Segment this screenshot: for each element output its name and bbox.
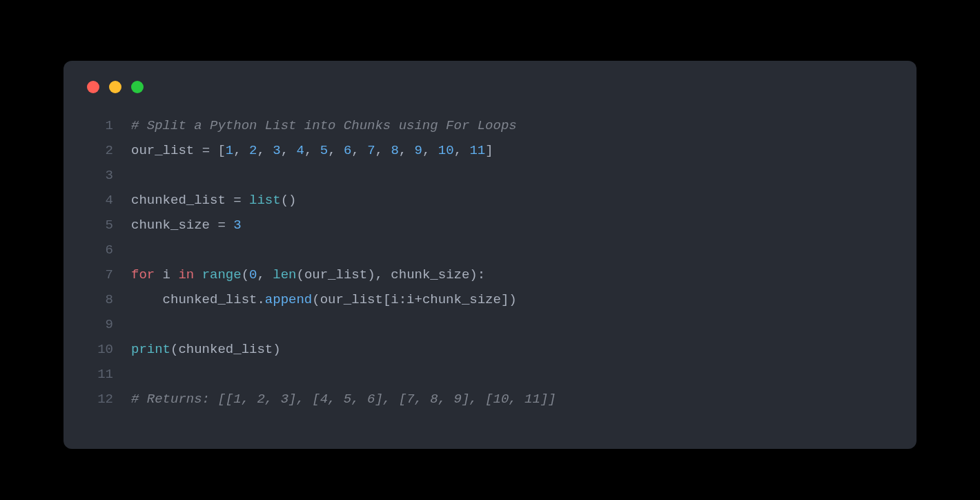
- line-number: 1: [87, 113, 113, 138]
- code-line: 4chunked_list = list(): [87, 188, 893, 213]
- code-token: =: [202, 143, 210, 158]
- line-number: 3: [87, 163, 113, 188]
- code-token: 2: [249, 143, 257, 158]
- code-token: in: [178, 267, 194, 282]
- code-token: ,: [304, 143, 320, 158]
- zoom-icon[interactable]: [131, 81, 144, 93]
- code-token: [194, 267, 202, 282]
- line-number: 5: [87, 213, 113, 238]
- line-content: chunked_list = list(): [113, 188, 296, 213]
- line-content: [113, 312, 139, 337]
- close-icon[interactable]: [87, 81, 99, 93]
- code-token: ,: [351, 143, 367, 158]
- code-token: +: [415, 292, 422, 307]
- code-token: =: [217, 218, 225, 233]
- code-token: chunked_list.: [131, 292, 265, 307]
- code-line: 1# Split a Python List into Chunks using…: [87, 113, 893, 138]
- code-token: ,: [281, 143, 297, 158]
- code-token: =: [233, 193, 241, 208]
- window-controls: [87, 80, 893, 94]
- code-line: 7for i in range(0, len(our_list), chunk_…: [87, 262, 893, 287]
- code-token: # Split a Python List into Chunks using …: [131, 118, 517, 133]
- code-token: 8: [391, 143, 398, 158]
- line-content: for i in range(0, len(our_list), chunk_s…: [113, 262, 485, 287]
- code-line: 8 chunked_list.append(our_list[i:i+chunk…: [87, 287, 893, 312]
- code-token: 1: [226, 143, 233, 158]
- code-token: ]: [485, 143, 493, 158]
- code-token: [210, 143, 217, 158]
- code-line: 10print(chunked_list): [87, 337, 893, 362]
- code-block: 1# Split a Python List into Chunks using…: [87, 113, 893, 412]
- line-number: 9: [87, 312, 113, 337]
- line-content: # Returns: [[1, 2, 3], [4, 5, 6], [7, 8,…: [113, 387, 556, 412]
- code-token: for: [131, 267, 155, 282]
- code-token: (our_list[i:i: [312, 292, 414, 307]
- code-line: 6: [87, 238, 893, 262]
- line-content: [113, 238, 139, 262]
- line-number: 6: [87, 238, 113, 262]
- code-token: ,: [454, 143, 470, 158]
- code-token: ,: [399, 143, 415, 158]
- line-content: # Split a Python List into Chunks using …: [113, 113, 517, 138]
- code-token: chunk_size]): [422, 292, 517, 307]
- code-token: 5: [320, 143, 328, 158]
- code-token: 6: [344, 143, 351, 158]
- code-token: 7: [367, 143, 375, 158]
- code-line: 11: [87, 362, 893, 387]
- code-token: [226, 218, 233, 233]
- code-token: # Returns: [[1, 2, 3], [4, 5, 6], [7, 8,…: [131, 392, 556, 407]
- code-token: i: [155, 267, 178, 282]
- code-token: 11: [469, 143, 485, 158]
- code-token: append: [265, 292, 312, 307]
- line-content: our_list = [1, 2, 3, 4, 5, 6, 7, 8, 9, 1…: [113, 138, 493, 163]
- code-window: 1# Split a Python List into Chunks using…: [63, 61, 917, 449]
- code-token: 9: [415, 143, 422, 158]
- code-token: 0: [249, 267, 257, 282]
- code-token: (chunked_list): [170, 342, 281, 357]
- line-number: 7: [87, 262, 113, 287]
- code-token: (our_list), chunk_size):: [297, 267, 486, 282]
- code-token: [242, 193, 249, 208]
- line-content: [113, 362, 139, 387]
- code-token: 3: [233, 218, 241, 233]
- code-token: ,: [257, 143, 273, 158]
- code-token: ,: [257, 267, 273, 282]
- code-line: 12# Returns: [[1, 2, 3], [4, 5, 6], [7, …: [87, 387, 893, 412]
- code-token: len: [273, 267, 296, 282]
- line-number: 10: [87, 337, 113, 362]
- code-token: chunk_size: [131, 218, 217, 233]
- code-token: 10: [438, 143, 454, 158]
- code-token: 4: [297, 143, 304, 158]
- line-number: 12: [87, 387, 113, 412]
- line-content: print(chunked_list): [113, 337, 281, 362]
- code-token: ,: [233, 143, 249, 158]
- code-line: 2our_list = [1, 2, 3, 4, 5, 6, 7, 8, 9, …: [87, 138, 893, 163]
- code-line: 3: [87, 163, 893, 188]
- code-token: ,: [375, 143, 391, 158]
- code-token: ,: [422, 143, 438, 158]
- code-token: our_list: [131, 143, 202, 158]
- code-token: chunked_list: [131, 193, 233, 208]
- line-number: 4: [87, 188, 113, 213]
- code-token: [: [217, 143, 225, 158]
- code-token: print: [131, 342, 170, 357]
- code-token: range: [202, 267, 242, 282]
- code-line: 9: [87, 312, 893, 337]
- line-content: [113, 163, 139, 188]
- line-content: chunk_size = 3: [113, 213, 242, 238]
- minimize-icon[interactable]: [109, 81, 121, 93]
- line-number: 2: [87, 138, 113, 163]
- code-token: 3: [273, 143, 280, 158]
- line-content: chunked_list.append(our_list[i:i+chunk_s…: [113, 287, 517, 312]
- code-token: ,: [328, 143, 344, 158]
- code-token: (: [242, 267, 249, 282]
- code-line: 5chunk_size = 3: [87, 213, 893, 238]
- code-token: (): [281, 193, 297, 208]
- line-number: 11: [87, 362, 113, 387]
- line-number: 8: [87, 287, 113, 312]
- code-token: list: [249, 193, 281, 208]
